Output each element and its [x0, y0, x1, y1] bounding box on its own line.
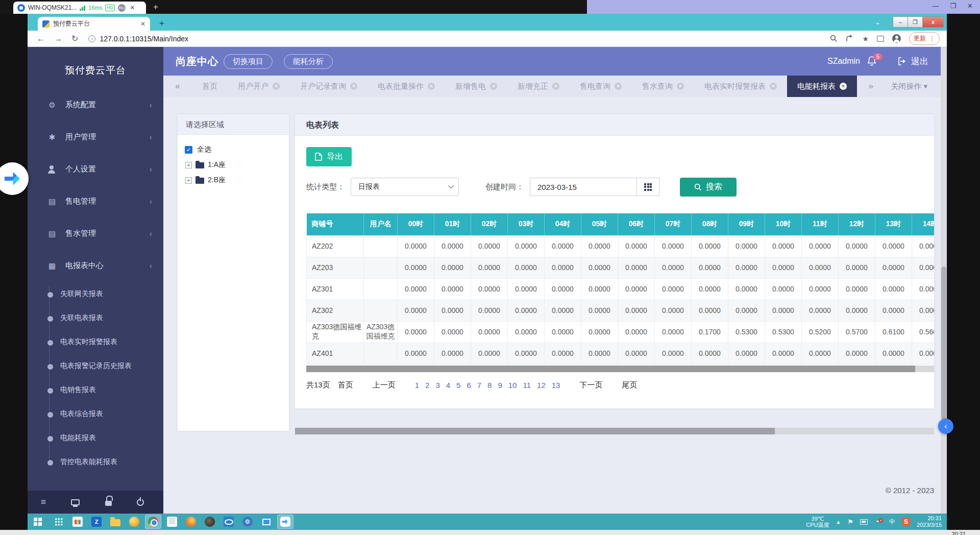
page-link[interactable]: 11 — [523, 381, 531, 390]
tab-close-icon[interactable]: ✕ — [490, 83, 497, 90]
taskbar-yellow-browser-icon[interactable] — [127, 515, 142, 528]
taskbar-chrome-icon[interactable] — [145, 515, 161, 528]
last-page-link[interactable]: 尾页 — [622, 380, 637, 390]
open-tab[interactable]: 新增充正✕ — [507, 76, 570, 97]
new-tab-button[interactable]: + — [159, 18, 164, 29]
tab-close-icon[interactable]: ✕ — [350, 83, 357, 90]
page-link[interactable]: 3 — [435, 381, 439, 390]
sidebar-item-gear[interactable]: ⚙系统配置‹ — [28, 89, 163, 121]
host-maximize-button[interactable]: ❐ — [950, 2, 956, 10]
search-icon[interactable] — [830, 35, 838, 42]
window-close-button[interactable]: x — [922, 16, 944, 28]
taskbar-ie-icon[interactable] — [221, 515, 236, 528]
stat-type-select[interactable]: 日报表 — [351, 178, 459, 196]
first-page-link[interactable]: 首页 — [338, 380, 353, 390]
search-button[interactable]: 搜索 — [680, 178, 737, 197]
profile-avatar-icon[interactable] — [892, 34, 901, 43]
taskbar-dark-app-icon[interactable] — [202, 515, 217, 528]
tab-close-icon[interactable]: ✕ — [273, 83, 280, 90]
tab-close-icon[interactable]: ✕ — [140, 20, 145, 28]
sidebar-item-user[interactable]: 个人设置‹ — [28, 153, 163, 185]
sogou-input-icon[interactable]: S — [902, 518, 910, 526]
share-icon[interactable] — [846, 35, 854, 42]
update-browser-button[interactable]: 更新 ⋮ — [909, 32, 940, 45]
sidebar-subitem[interactable]: 失联电表报表 — [28, 306, 163, 330]
ime-language-icon[interactable]: 中 — [889, 518, 895, 526]
page-link[interactable]: 13 — [552, 381, 560, 390]
prev-page-link[interactable]: 上一页 — [373, 380, 396, 390]
open-tab[interactable]: 售水查询✕ — [632, 76, 694, 97]
sidebar-item-grid[interactable]: ▦电报表中心‹ — [28, 250, 163, 282]
sidebar-subitem[interactable]: 电能耗报表 — [28, 426, 163, 450]
toolbar-collapse-icon[interactable]: ⌄ — [875, 18, 880, 26]
select-all-checkbox[interactable]: ✓ — [185, 146, 192, 154]
remote-tool-floating-ball[interactable] — [0, 162, 29, 195]
taskbar-settings-icon[interactable]: ⚙ — [240, 515, 255, 528]
lock-icon[interactable] — [105, 498, 112, 506]
open-tab[interactable]: 电表实时报警报表✕ — [694, 76, 787, 97]
open-tab[interactable]: 新增售电✕ — [445, 76, 507, 97]
network-icon[interactable] — [860, 519, 868, 525]
host-close-button[interactable]: ✕ — [967, 2, 973, 10]
sidebar-item-cards[interactable]: ▤售电管理‹ — [28, 185, 163, 217]
host-minimize-button[interactable]: — — [932, 2, 939, 10]
url-field[interactable]: i 127.0.0.1:10315/Main/Index — [88, 35, 830, 43]
open-tab[interactable]: 首页 — [192, 76, 228, 97]
hamburger-icon[interactable]: ≡ — [41, 497, 46, 507]
open-tab[interactable]: 售电查询✕ — [570, 76, 632, 97]
sidebar-subitem[interactable]: 管控电表能耗报表 — [28, 450, 163, 474]
open-tab[interactable]: 电表批量操作✕ — [368, 76, 445, 97]
sidebar-subitem[interactable]: 电表综合报表 — [28, 402, 163, 426]
power-icon[interactable] — [137, 499, 144, 506]
site-info-icon[interactable]: i — [88, 35, 95, 42]
logout-button[interactable]: 退出 — [898, 56, 928, 67]
side-panel-icon[interactable] — [877, 36, 884, 42]
tree-expander-icon[interactable]: + — [185, 162, 192, 168]
taskbar-notepad-icon[interactable] — [164, 515, 180, 528]
export-button[interactable]: 导出 — [306, 147, 352, 166]
open-tab[interactable]: 用户开户✕ — [228, 76, 290, 97]
sidebar-subitem[interactable]: 电表报警记录历史报表 — [28, 354, 163, 378]
sidebar-subitem[interactable]: 电表实时报警报表 — [28, 330, 163, 354]
sidebar-subitem[interactable]: 失联网关报表 — [28, 282, 163, 306]
notifications-bell-icon[interactable]: 5 — [867, 56, 877, 66]
page-link[interactable]: 10 — [508, 381, 517, 390]
tab-close-icon[interactable]: ✕ — [840, 83, 847, 90]
sidebar-subitem[interactable]: 电销售报表 — [28, 378, 163, 402]
tab-close-icon[interactable]: ✕ — [428, 83, 435, 90]
monitor-icon[interactable] — [71, 499, 80, 505]
table-horizontal-scrollbar[interactable] — [306, 366, 934, 372]
window-maximize-button[interactable]: ❐ — [908, 16, 923, 28]
content-horizontal-scrollbar[interactable] — [295, 428, 934, 434]
browser-tab[interactable]: 预付费云平台 ✕ — [38, 17, 150, 31]
page-link[interactable]: 2 — [425, 381, 429, 390]
browser-menu-icon[interactable]: ⋮ — [929, 35, 935, 42]
taskbar-putty-icon[interactable]: Z — [89, 515, 104, 528]
muted-speaker-icon[interactable] — [874, 519, 883, 525]
tab-close-icon[interactable]: ✕ — [770, 83, 777, 90]
sidebar-item-cards[interactable]: ▤售水管理‹ — [28, 217, 163, 250]
remote-session-tab[interactable]: WIN-OQMSK21... 16ms HD RU ✕ — [13, 2, 146, 14]
bookmark-star-icon[interactable]: ★ — [862, 35, 869, 43]
tray-expand-icon[interactable]: ▲ — [836, 519, 841, 525]
browser-vertical-scrollbar[interactable] — [941, 47, 947, 514]
tree-expander-icon[interactable]: + — [185, 177, 192, 184]
close-session-icon[interactable]: ✕ — [130, 4, 135, 11]
taskbar-grid-dots-icon[interactable] — [51, 515, 66, 528]
calendar-picker-button[interactable] — [637, 178, 659, 196]
back-icon[interactable]: ← — [37, 34, 45, 43]
page-link[interactable]: 8 — [487, 381, 492, 390]
page-link[interactable]: 9 — [498, 381, 502, 390]
taskbar-window-app-icon[interactable] — [259, 515, 274, 528]
taskbar-paint-icon[interactable] — [70, 515, 85, 528]
reload-icon[interactable]: ↻ — [71, 34, 78, 43]
page-link[interactable]: 7 — [477, 381, 481, 390]
open-tab[interactable]: 电能耗报表✕ — [787, 76, 857, 97]
scrollbar-thumb[interactable] — [941, 266, 946, 420]
page-link[interactable]: 4 — [446, 381, 450, 390]
tabs-scroll-left-icon[interactable]: « — [163, 76, 192, 97]
page-link[interactable]: 6 — [467, 381, 471, 390]
taskbar-folder-icon[interactable] — [108, 515, 123, 528]
date-input[interactable]: 2023-03-15 — [530, 178, 637, 196]
next-page-link[interactable]: 下一页 — [579, 380, 602, 390]
